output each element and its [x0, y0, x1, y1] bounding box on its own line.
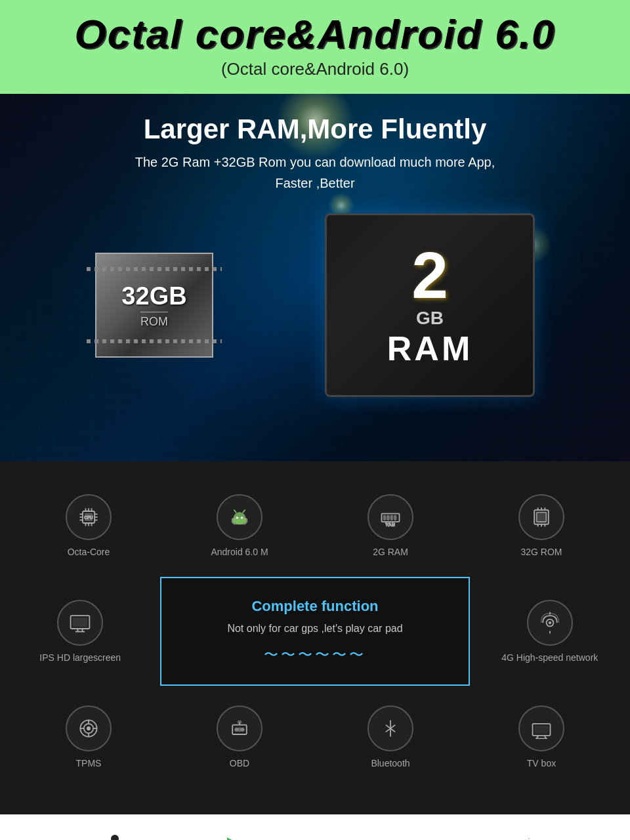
chip-2gb-number: 2: [411, 242, 448, 308]
feature-2gram: RAM 2G RAM: [315, 481, 466, 570]
svg-line-81: [517, 837, 532, 840]
svg-point-58: [241, 728, 244, 731]
features-row1: CPU Octa-Core Android 6.0 M: [13, 481, 617, 570]
obd-icon-circle: [217, 705, 262, 751]
feature-bluetooth-label: Bluetooth: [371, 758, 410, 768]
chip-2gb: 2 GB RAM: [325, 213, 535, 397]
octa-core-icon-circle: CPU: [66, 494, 112, 540]
complete-function-title: Complete function: [251, 598, 378, 615]
tpms-icon-circle: [66, 705, 112, 751]
chip-32gb-sublabel: ROM: [140, 312, 168, 329]
feature-octa-core-label: Octa-Core: [68, 547, 110, 557]
feature-tvbox: TV box: [466, 692, 617, 782]
ram-title: Larger RAM,More Fluently: [144, 114, 487, 145]
header-title: Octal core&Android 6.0: [13, 12, 617, 56]
svg-rect-44: [73, 618, 87, 627]
chip-32gb: 32GB ROM: [95, 253, 213, 358]
svg-rect-33: [537, 513, 546, 522]
svg-rect-27: [394, 515, 396, 520]
play-triangle-icon: [227, 837, 263, 840]
svg-line-19: [234, 510, 236, 513]
feature-android: Android 6.0 M: [164, 481, 315, 570]
ips-icon-circle: [57, 600, 103, 646]
screen-icon: [68, 611, 92, 635]
feature-ips-label: IPS HD largescreen: [39, 652, 121, 663]
feature-tpms: TPMS: [13, 692, 164, 782]
header-section: Octal core&Android 6.0 (Octal core&Andro…: [0, 0, 630, 94]
svg-rect-59: [238, 728, 241, 731]
tv-icon-circle: [518, 705, 564, 751]
footer-section: Faster Google play More: [0, 814, 630, 840]
feature-obd: OBD: [164, 692, 315, 782]
complete-function-box: Complete function Not only for car gps ,…: [160, 577, 469, 686]
svg-point-68: [111, 835, 119, 840]
feature-32grom-label: 32G ROM: [520, 547, 562, 557]
footer-faster: Faster: [0, 814, 210, 840]
chips-container: 32GB ROM 2 GB RAM: [0, 200, 630, 410]
svg-text:RAM: RAM: [386, 522, 395, 527]
feature-obd-label: OBD: [230, 758, 249, 768]
header-subtitle: (Octal core&Android 6.0): [13, 59, 617, 79]
chip-ram-label: RAM: [387, 329, 472, 368]
ram-icon-circle: RAM: [368, 494, 413, 540]
svg-rect-25: [387, 515, 390, 520]
tpms-icon: [77, 717, 100, 740]
complete-function-text: Not only for car gps ,let's play car pad: [227, 623, 402, 635]
chip-gb-label: GB: [416, 308, 444, 329]
network-icon-circle: [527, 600, 573, 646]
bluetooth-icon-circle: [368, 705, 413, 751]
feature-ips: IPS HD largescreen: [13, 577, 147, 686]
svg-rect-67: [535, 726, 548, 734]
cpu-icon: CPU: [77, 505, 100, 529]
chip-32gb-label: 32GB: [121, 282, 186, 310]
feature-tpms-label: TPMS: [76, 758, 102, 768]
feature-4g: 4G High-speed network: [483, 577, 617, 686]
feature-32grom: 32G ROM: [466, 481, 617, 570]
android-icon: [228, 505, 251, 529]
svg-point-18: [241, 516, 243, 519]
features-row3: TPMS OBD: [13, 692, 617, 795]
svg-point-46: [549, 621, 551, 624]
svg-rect-26: [390, 515, 393, 520]
obd-icon: [228, 717, 251, 740]
hands-icon: [499, 834, 551, 840]
ram-subtitle: The 2G Ram +32GB Rom you can download mu…: [135, 152, 495, 194]
feature-tvbox-label: TV box: [527, 758, 556, 768]
google-play-area: Google play: [227, 837, 403, 840]
footer-more: Google play More: [210, 814, 420, 840]
feature-bluetooth: Bluetooth: [315, 692, 466, 782]
rom-icon-circle: [518, 494, 564, 540]
svg-point-57: [235, 728, 238, 731]
svg-rect-22: [245, 518, 247, 523]
ram-section: Larger RAM,More Fluently The 2G Ram +32G…: [0, 94, 630, 461]
tv-icon: [530, 717, 553, 740]
ram-icon: RAM: [379, 505, 402, 529]
android-icon-circle: [217, 494, 262, 540]
svg-point-51: [87, 726, 90, 730]
svg-text:CPU: CPU: [84, 515, 93, 520]
svg-rect-61: [238, 721, 241, 723]
play-logo: Google play: [227, 837, 403, 840]
runner-icon: [79, 831, 131, 840]
feature-2gram-label: 2G RAM: [373, 547, 408, 557]
network-icon: [538, 611, 562, 635]
bluetooth-icon: [379, 717, 402, 740]
svg-marker-76: [227, 837, 263, 840]
svg-point-17: [236, 516, 239, 519]
feature-android-label: Android 6.0 M: [211, 547, 268, 557]
feature-4g-label: 4G High-speed network: [501, 652, 598, 663]
svg-line-20: [243, 510, 245, 513]
feature-octa-core: CPU Octa-Core: [13, 481, 164, 570]
complete-function-row: IPS HD largescreen Complete function Not…: [13, 577, 617, 686]
svg-rect-21: [232, 518, 234, 523]
svg-rect-16: [234, 518, 245, 524]
hands-svg: [499, 834, 551, 840]
footer-fluent: Fluent: [420, 814, 630, 840]
chip-icon: [530, 505, 553, 529]
wave-line: 〜〜〜〜〜〜: [264, 645, 366, 665]
ram-subtitle-line1: The 2G Ram +32GB Rom you can download mu…: [135, 155, 495, 169]
svg-rect-24: [383, 515, 386, 520]
ram-subtitle-line2: Faster ,Better: [275, 176, 354, 190]
features-section: CPU Octa-Core Android 6.0 M: [0, 461, 630, 814]
